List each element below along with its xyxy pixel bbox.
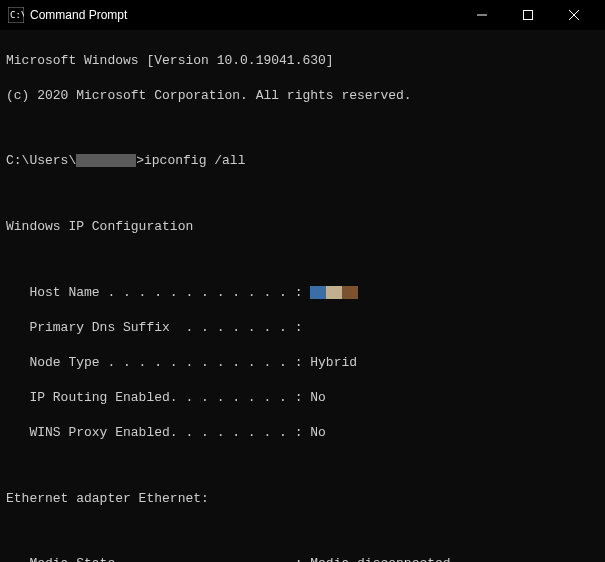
redacted-username xyxy=(76,154,136,167)
window-title: Command Prompt xyxy=(30,8,459,22)
command-text: >ipconfig /all xyxy=(136,153,245,168)
windows-version-line: Microsoft Windows [Version 10.0.19041.63… xyxy=(6,52,599,70)
close-button[interactable] xyxy=(551,0,597,30)
node-type-line: Node Type . . . . . . . . . . . . : Hybr… xyxy=(6,354,599,372)
cmd-icon: C:\ xyxy=(8,7,24,23)
ethernet-media-state: Media State . . . . . . . . . . . : Medi… xyxy=(6,555,599,562)
terminal-output[interactable]: Microsoft Windows [Version 10.0.19041.63… xyxy=(0,30,605,562)
ipconfig-heading: Windows IP Configuration xyxy=(6,218,599,236)
svg-text:C:\: C:\ xyxy=(10,10,24,20)
minimize-button[interactable] xyxy=(459,0,505,30)
host-name-line: Host Name . . . . . . . . . . . . : xyxy=(6,284,599,302)
primary-dns-suffix-line: Primary Dns Suffix . . . . . . . : xyxy=(6,319,599,337)
window-controls xyxy=(459,0,597,30)
copyright-line: (c) 2020 Microsoft Corporation. All righ… xyxy=(6,87,599,105)
titlebar: C:\ Command Prompt xyxy=(0,0,605,30)
ip-routing-line: IP Routing Enabled. . . . . . . . : No xyxy=(6,389,599,407)
host-name-label: Host Name . . . . . . . . . . . . : xyxy=(6,285,310,300)
redacted-hostname xyxy=(310,286,358,299)
maximize-button[interactable] xyxy=(505,0,551,30)
ethernet-heading: Ethernet adapter Ethernet: xyxy=(6,490,599,508)
prompt-line: C:\Users\>ipconfig /all xyxy=(6,152,599,170)
wins-proxy-line: WINS Proxy Enabled. . . . . . . . : No xyxy=(6,424,599,442)
prompt-path-prefix: C:\Users\ xyxy=(6,153,76,168)
svg-rect-3 xyxy=(524,11,533,20)
